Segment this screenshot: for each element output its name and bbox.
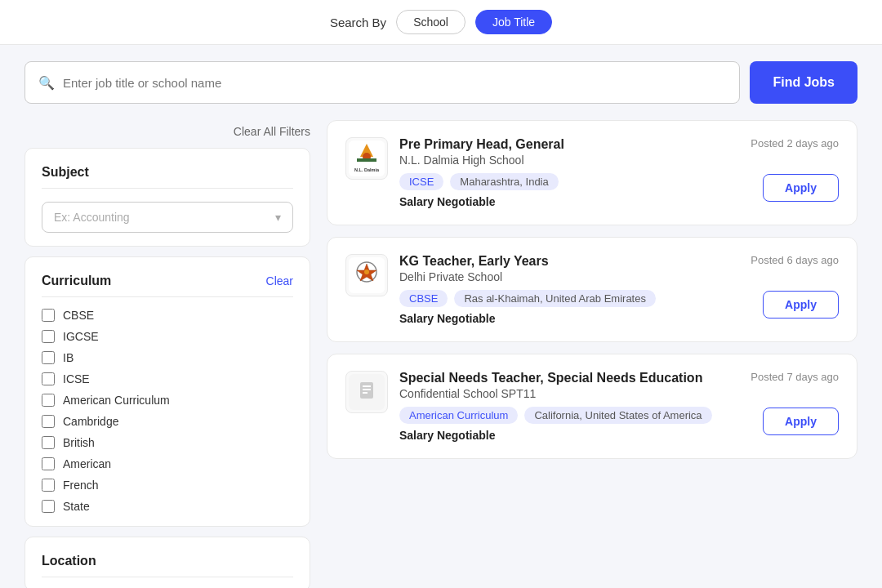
search-bar-row: 🔍 Find Jobs: [0, 45, 882, 120]
curriculum-label-french: French: [63, 479, 99, 492]
curriculum-checkbox-state[interactable]: [42, 500, 55, 513]
school-name: Delhi Private School: [399, 270, 723, 283]
salary: Salary Negotiable: [399, 195, 723, 208]
job-title: KG Teacher, Early Years: [399, 254, 723, 269]
job-card: Special Needs Teacher, Special Needs Edu…: [327, 354, 858, 459]
job-card: KG Teacher, Early Years Delhi Private Sc…: [327, 237, 858, 342]
curriculum-option-state[interactable]: State: [42, 500, 293, 513]
curriculum-option-cambridge[interactable]: Cambridge: [42, 415, 293, 428]
subject-placeholder: Ex: Accounting: [54, 211, 130, 224]
search-by-label: Search By: [330, 16, 386, 29]
svg-rect-11: [363, 385, 371, 387]
job-card-left: KG Teacher, Early Years Delhi Private Sc…: [345, 254, 723, 325]
tags-row: American CurriculumCalifornia, United St…: [399, 407, 723, 424]
job-title: Pre Primary Head, General: [399, 137, 723, 152]
curriculum-label-ib: IB: [63, 351, 74, 364]
tab-school[interactable]: School: [396, 10, 466, 34]
job-tag: ICSE: [399, 173, 443, 190]
posted-date: Posted 2 days ago: [751, 137, 839, 149]
school-logo: [345, 254, 388, 296]
subject-dropdown[interactable]: Ex: Accounting ▾: [42, 202, 293, 233]
job-card-right: Posted 7 days ago Apply: [733, 371, 839, 435]
job-title: Special Needs Teacher, Special Needs Edu…: [399, 371, 723, 385]
curriculum-label-cbse: CBSE: [63, 309, 94, 322]
curriculum-option-american[interactable]: American Curriculum: [42, 394, 293, 407]
curriculum-label-igcse: IGCSE: [63, 330, 99, 343]
school-name: Confidential School SPT11: [399, 387, 723, 400]
location-title: Location: [42, 554, 293, 577]
job-card-top: Special Needs Teacher, Special Needs Edu…: [345, 371, 839, 442]
find-jobs-button[interactable]: Find Jobs: [750, 61, 858, 104]
main-layout: Clear All Filters Subject Ex: Accounting…: [0, 120, 882, 588]
chevron-down-icon: ▾: [275, 211, 281, 224]
school-logo: [345, 371, 388, 413]
tags-row: ICSEMaharashtra, India: [399, 173, 723, 190]
curriculum-label-icse: ICSE: [63, 372, 90, 385]
svg-point-8: [364, 270, 369, 274]
salary: Salary Negotiable: [399, 312, 723, 325]
subject-filter: Subject Ex: Accounting ▾: [24, 148, 310, 247]
curriculum-option-igcse[interactable]: IGCSE: [42, 330, 293, 343]
job-card-left: Special Needs Teacher, Special Needs Edu…: [345, 371, 723, 442]
job-tag: American Curriculum: [399, 407, 518, 424]
curriculum-checkbox-ib[interactable]: [42, 351, 55, 364]
job-card-left: N.L. Dalmia Pre Primary Head, General N.…: [345, 137, 723, 208]
job-info: KG Teacher, Early Years Delhi Private Sc…: [399, 254, 723, 325]
job-card: N.L. Dalmia Pre Primary Head, General N.…: [327, 120, 858, 225]
curriculum-checkbox-cambridge[interactable]: [42, 415, 55, 428]
apply-button[interactable]: Apply: [763, 291, 839, 318]
school-name: N.L. Dalmia High School: [399, 154, 723, 167]
school-logo: N.L. Dalmia: [345, 137, 388, 180]
curriculum-option-ib[interactable]: IB: [42, 351, 293, 364]
job-tag: Ras al-Khaimah, United Arab Emirates: [454, 290, 656, 307]
curriculum-option-icse[interactable]: ICSE: [42, 372, 293, 385]
svg-text:N.L. Dalmia: N.L. Dalmia: [354, 167, 380, 172]
svg-rect-13: [363, 392, 368, 394]
top-bar: Search By School Job Title: [0, 0, 882, 45]
curriculum-filter: Curriculum Clear CBSEIGCSEIBICSEAmerican…: [24, 256, 310, 527]
curriculum-checkbox-igcse[interactable]: [42, 330, 55, 343]
posted-date: Posted 6 days ago: [751, 254, 839, 266]
tab-job-title[interactable]: Job Title: [475, 10, 552, 34]
search-input[interactable]: [63, 76, 726, 90]
curriculum-checkbox-cbse[interactable]: [42, 309, 55, 322]
curriculum-label-state: State: [63, 500, 90, 513]
curriculum-label-american2: American: [63, 457, 111, 470]
sidebar: Clear All Filters Subject Ex: Accounting…: [24, 120, 327, 588]
apply-button[interactable]: Apply: [763, 408, 839, 435]
job-info: Special Needs Teacher, Special Needs Edu…: [399, 371, 723, 442]
curriculum-checkbox-french[interactable]: [42, 479, 55, 492]
curriculum-header: Curriculum Clear: [42, 274, 293, 297]
curriculum-clear-button[interactable]: Clear: [266, 274, 293, 287]
curriculum-checkbox-icse[interactable]: [42, 372, 55, 385]
subject-title: Subject: [42, 165, 293, 189]
curriculum-title: Curriculum: [42, 274, 111, 288]
curriculum-option-cbse[interactable]: CBSE: [42, 309, 293, 322]
curriculum-checkbox-british[interactable]: [42, 436, 55, 449]
search-input-wrap: 🔍: [24, 61, 740, 104]
job-card-right: Posted 6 days ago Apply: [733, 254, 839, 318]
job-tag: California, United States of America: [524, 407, 711, 424]
location-filter: Location: [24, 537, 310, 588]
curriculum-checkbox-list: CBSEIGCSEIBICSEAmerican CurriculumCambri…: [42, 309, 293, 513]
svg-rect-12: [363, 389, 371, 390]
curriculum-label-cambridge: Cambridge: [63, 415, 118, 428]
tags-row: CBSERas al-Khaimah, United Arab Emirates: [399, 290, 723, 307]
jobs-list: N.L. Dalmia Pre Primary Head, General N.…: [327, 120, 858, 588]
job-card-top: N.L. Dalmia Pre Primary Head, General N.…: [345, 137, 839, 208]
curriculum-label-british: British: [63, 436, 95, 449]
search-icon: 🔍: [38, 75, 55, 91]
clear-all-filters[interactable]: Clear All Filters: [24, 120, 310, 148]
curriculum-checkbox-american2[interactable]: [42, 457, 55, 470]
job-card-top: KG Teacher, Early Years Delhi Private Sc…: [345, 254, 839, 325]
curriculum-checkbox-american[interactable]: [42, 394, 55, 407]
apply-button[interactable]: Apply: [763, 174, 839, 202]
svg-rect-3: [357, 158, 376, 162]
curriculum-label-american: American Curriculum: [63, 394, 170, 407]
job-card-right: Posted 2 days ago Apply: [733, 137, 839, 202]
curriculum-option-american2[interactable]: American: [42, 457, 293, 470]
posted-date: Posted 7 days ago: [751, 371, 839, 383]
curriculum-option-british[interactable]: British: [42, 436, 293, 449]
job-tag: Maharashtra, India: [450, 173, 558, 190]
curriculum-option-french[interactable]: French: [42, 479, 293, 492]
